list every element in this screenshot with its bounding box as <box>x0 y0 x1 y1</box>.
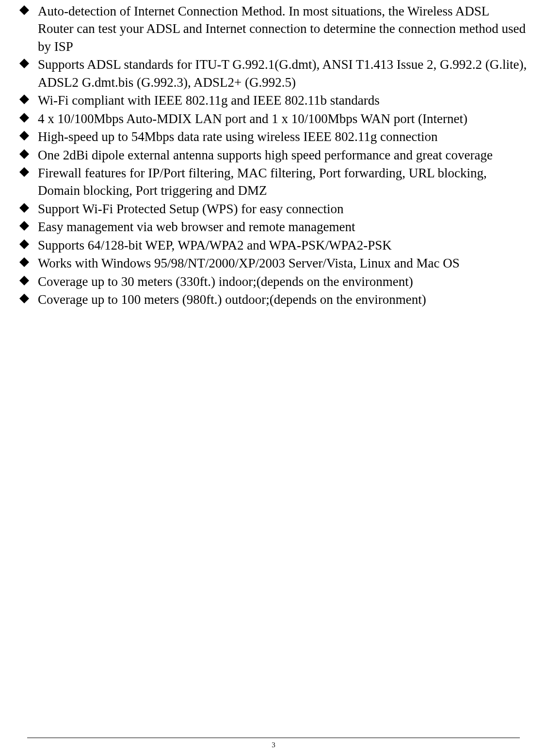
list-item: Coverage up to 100 meters (980ft.) outdo… <box>14 291 528 308</box>
diamond-bullet-icon <box>19 203 29 213</box>
diamond-bullet-icon <box>19 239 29 249</box>
svg-marker-0 <box>19 5 29 15</box>
list-item: Works with Windows 95/98/NT/2000/XP/2003… <box>14 254 528 272</box>
diamond-bullet-icon <box>19 276 29 285</box>
page-footer: 3 <box>0 738 547 749</box>
svg-marker-2 <box>19 94 29 104</box>
list-item: Supports ADSL standards for ITU-T G.992.… <box>14 56 528 91</box>
diamond-bullet-icon <box>19 221 29 231</box>
svg-marker-11 <box>19 276 29 285</box>
diamond-bullet-icon <box>19 94 29 104</box>
diamond-bullet-icon <box>19 5 29 15</box>
list-item: High-speed up to 54Mbps data rate using … <box>14 128 528 145</box>
svg-marker-5 <box>19 149 29 159</box>
footer-divider <box>27 738 520 738</box>
feature-text: Auto-detection of Internet Connection Me… <box>38 4 526 54</box>
svg-marker-6 <box>19 167 29 177</box>
feature-text: 4 x 10/100Mbps Auto-MDIX LAN port and 1 … <box>38 111 467 126</box>
diamond-bullet-icon <box>19 113 29 123</box>
feature-text: Coverage up to 100 meters (980ft.) outdo… <box>38 292 426 307</box>
svg-marker-7 <box>19 203 29 213</box>
list-item: Supports 64/128-bit WEP, WPA/WPA2 and WP… <box>14 236 528 254</box>
svg-marker-10 <box>19 257 29 267</box>
svg-marker-8 <box>19 221 29 231</box>
feature-text: Coverage up to 30 meters (330ft.) indoor… <box>38 274 413 289</box>
list-item: 4 x 10/100Mbps Auto-MDIX LAN port and 1 … <box>14 110 528 127</box>
svg-marker-1 <box>19 59 29 68</box>
feature-text: Easy management via web browser and remo… <box>38 220 355 234</box>
svg-marker-9 <box>19 239 29 249</box>
feature-list: Auto-detection of Internet Connection Me… <box>14 2 528 308</box>
diamond-bullet-icon <box>19 59 29 68</box>
diamond-bullet-icon <box>19 167 29 177</box>
list-item: Easy management via web browser and remo… <box>14 218 528 236</box>
svg-marker-12 <box>19 294 29 303</box>
feature-text: One 2dBi dipole external antenna support… <box>38 148 493 162</box>
feature-text: Works with Windows 95/98/NT/2000/XP/2003… <box>38 256 460 270</box>
feature-text: Supports 64/128-bit WEP, WPA/WPA2 and WP… <box>38 238 392 252</box>
list-item: One 2dBi dipole external antenna support… <box>14 146 528 164</box>
feature-text: Support Wi-Fi Protected Setup (WPS) for … <box>38 202 344 216</box>
list-item: Support Wi-Fi Protected Setup (WPS) for … <box>14 200 528 218</box>
list-item: Wi-Fi compliant with IEEE 802.11g and IE… <box>14 92 528 109</box>
page-number: 3 <box>0 741 547 749</box>
svg-marker-4 <box>19 131 29 141</box>
diamond-bullet-icon <box>19 294 29 303</box>
svg-marker-3 <box>19 113 29 123</box>
list-item: Firewall features for IP/Port filtering,… <box>14 164 528 200</box>
diamond-bullet-icon <box>19 131 29 141</box>
feature-text: High-speed up to 54Mbps data rate using … <box>38 129 438 144</box>
list-item: Auto-detection of Internet Connection Me… <box>14 2 528 55</box>
feature-text: Wi-Fi compliant with IEEE 802.11g and IE… <box>38 93 380 108</box>
feature-text: Supports ADSL standards for ITU-T G.992.… <box>38 57 527 89</box>
diamond-bullet-icon <box>19 149 29 159</box>
page-content: Auto-detection of Internet Connection Me… <box>0 0 547 308</box>
feature-text: Firewall features for IP/Port filtering,… <box>38 166 487 198</box>
diamond-bullet-icon <box>19 257 29 267</box>
list-item: Coverage up to 30 meters (330ft.) indoor… <box>14 273 528 290</box>
